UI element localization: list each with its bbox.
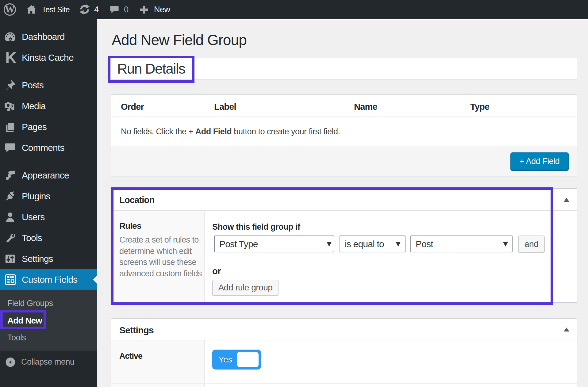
svg-text:W: W: [5, 4, 15, 15]
